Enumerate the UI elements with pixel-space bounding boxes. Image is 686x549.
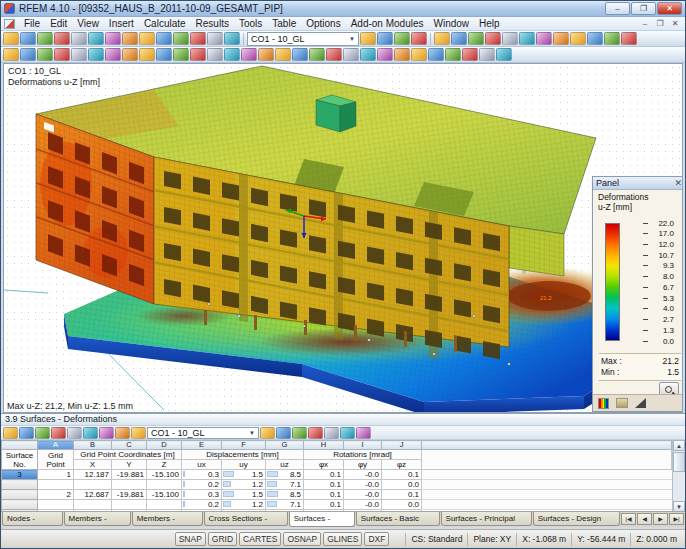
title-bar[interactable]: RFEM 4.10 - [09352_HAUS_B_2011-10-09_GES… [1,1,685,17]
view-prev-table-icon[interactable] [51,427,66,439]
export-excel-icon[interactable] [340,427,355,439]
mdi-minimize-icon[interactable]: – [639,19,651,28]
new-member-icon[interactable] [105,48,121,61]
new-node-icon[interactable] [71,48,87,61]
snap-points-icon[interactable] [3,48,19,61]
coord-y-cell[interactable] [112,500,147,510]
edit-cell-icon[interactable] [308,427,323,439]
undo-table-icon[interactable] [83,427,98,439]
col-header-x[interactable]: X [74,460,112,470]
col-group-rotations[interactable]: Rotations [mrad] [304,450,422,460]
show-tables-icon[interactable] [207,32,223,45]
print-table-icon[interactable] [356,427,371,439]
rot-phiz-cell[interactable]: 0.1 [382,490,422,500]
scroll-up-icon[interactable]: ▲ [673,440,685,451]
panel-colorscale-tab-icon[interactable] [598,398,609,409]
coord-z-cell[interactable]: -15.100 [147,470,182,480]
mdi-close-icon[interactable]: ✕ [669,19,681,28]
disp-ux-cell[interactable]: 0.3 [182,470,222,480]
disp-uz-cell[interactable]: 7.1 [266,480,304,490]
coord-x-cell[interactable]: 12.687 [74,490,112,500]
select-in-graphic-icon[interactable] [324,427,339,439]
view-y-icon[interactable] [553,32,569,45]
coord-y-cell[interactable]: -19.881 [112,470,147,480]
copy-icon[interactable] [156,32,172,45]
table-case-combo[interactable]: CO1 - 10_GL ▼ [147,427,259,439]
graphics-viewport[interactable]: CO1 : 10_GL Deformations u-Z [mm] [3,63,683,413]
calculate-all-icon[interactable] [309,48,325,61]
col-header-phiy[interactable]: φy [344,460,382,470]
toggle-snap[interactable]: SNAP [175,532,206,546]
disp-uy-cell[interactable]: 1.2 [222,480,266,490]
close-button[interactable]: ✕ [657,2,682,15]
menu-view[interactable]: View [72,17,104,30]
column-letter-D[interactable]: D [147,441,182,450]
column-letter-G[interactable]: G [266,441,304,450]
rot-phix-cell[interactable]: 0.1 [304,480,344,490]
member-load-icon[interactable] [224,48,240,61]
table-rows-icon[interactable] [115,427,130,439]
rot-phiy-cell[interactable]: -0.0 [344,500,382,510]
view-z-icon[interactable] [570,32,586,45]
zoom-in-icon[interactable] [468,32,484,45]
building-model-3d[interactable]: 21.2 [4,64,683,412]
disp-uz-cell[interactable]: 8.5 [266,470,304,480]
coord-y-cell[interactable] [112,480,147,490]
rot-phix-cell[interactable]: 0.1 [304,500,344,510]
tab-members-deformations[interactable]: Members - Deformations [64,512,131,526]
col-header-surface[interactable]: SurfaceNo. [2,450,38,470]
column-letter-E[interactable]: E [182,441,222,450]
results-support-reactions-icon[interactable] [377,48,393,61]
chevron-down-icon[interactable]: ▼ [249,430,255,436]
toggle-glines[interactable]: GLINES [323,532,362,546]
col-header-uz[interactable]: uz [266,460,304,470]
next-case-icon[interactable] [276,427,291,439]
coord-x-cell[interactable]: 12.187 [74,470,112,480]
menu-insert[interactable]: Insert [104,17,139,30]
previous-view-icon[interactable] [604,32,620,45]
new-window-icon[interactable] [190,32,206,45]
tab-cross-sections-internal-forces[interactable]: Cross Sections - Internal Forces [204,512,288,526]
user-defined-views-icon[interactable] [445,48,461,61]
view-x-icon[interactable] [536,32,552,45]
undo-icon[interactable] [105,32,121,45]
new-icon[interactable] [3,32,19,45]
rot-phiy-cell[interactable]: -0.0 [344,490,382,500]
disp-ux-cell[interactable]: 0.3 [182,490,222,500]
panel-title-bar[interactable]: Panel ✕ [593,177,683,190]
disp-ux-cell[interactable]: 0.2 [182,500,222,510]
visibility-modes-icon[interactable] [428,48,444,61]
tab-surfaces-deformations[interactable]: Surfaces - Deformations [289,512,355,527]
chevron-down-icon[interactable]: ▼ [349,36,355,42]
nodal-support-icon[interactable] [156,48,172,61]
panel-close-icon[interactable]: ✕ [674,179,682,188]
grid-point-cell[interactable] [38,500,74,510]
zoom-window-icon[interactable] [451,32,467,45]
new-opening-icon[interactable] [139,48,155,61]
column-letter-A[interactable]: A [38,441,74,450]
table-search-icon[interactable] [131,427,146,439]
table-settings-icon[interactable] [3,427,18,439]
movie-mode-icon[interactable] [479,48,495,61]
surface-no-cell[interactable] [2,480,38,490]
col-header-uy[interactable]: uy [222,460,266,470]
save-icon[interactable] [37,32,53,45]
mdi-document-icon[interactable] [4,19,15,29]
column-letter-H[interactable]: H [304,441,344,450]
disp-uz-cell[interactable]: 7.1 [266,500,304,510]
menu-window[interactable]: Window [429,17,475,30]
menu-help[interactable]: Help [474,17,505,30]
previous-table-button[interactable]: ◀ [637,513,652,525]
disp-uy-cell[interactable]: 1.2 [222,500,266,510]
grid-settings-icon[interactable] [54,48,70,61]
toggle-osnap[interactable]: OSNAP [283,532,321,546]
color-scale-icon[interactable] [496,48,512,61]
rot-phiy-cell[interactable]: -0.0 [344,480,382,490]
rot-phiy-cell[interactable]: -0.0 [344,470,382,480]
menu-tools[interactable]: Tools [234,17,267,30]
col-group-displacements[interactable]: Displacements [mm] [182,450,304,460]
col-header-ux[interactable]: ux [182,460,222,470]
save-all-icon[interactable] [54,32,70,45]
table-display-icon[interactable] [19,427,34,439]
display-numbering-icon[interactable] [394,48,410,61]
